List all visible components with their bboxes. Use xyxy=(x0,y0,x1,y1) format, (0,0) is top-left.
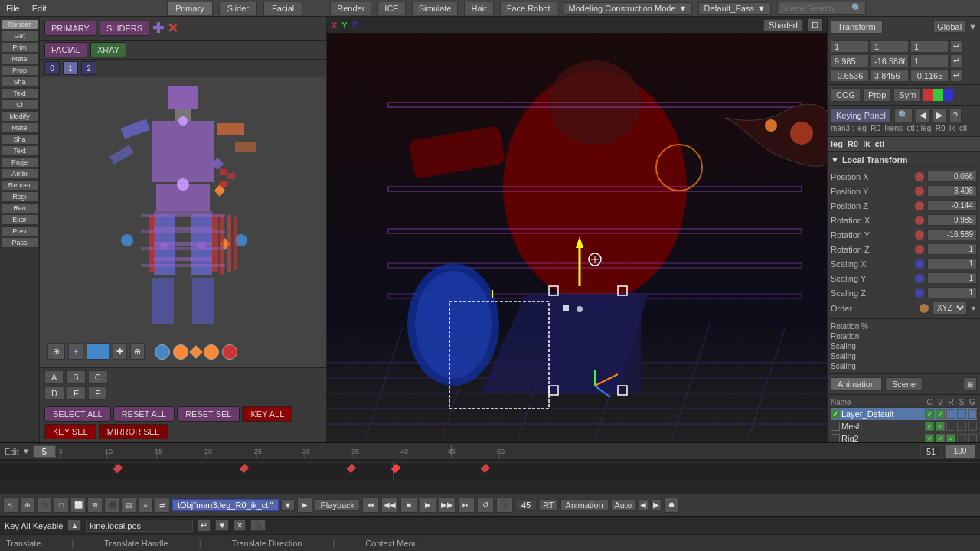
selected-obj[interactable]: tObj"man3.leg_R0_ik_ctl" xyxy=(172,499,279,511)
layer-check-0[interactable]: ✓ xyxy=(831,409,840,419)
layer-g-0[interactable] xyxy=(968,409,977,419)
layer-check-1[interactable] xyxy=(831,422,840,431)
left-pass[interactable]: Pass xyxy=(2,237,38,248)
playback-btn[interactable]: Playback xyxy=(315,499,360,511)
order-dropdown[interactable]: XYZ xyxy=(932,302,967,315)
tab-facial[interactable]: Facial xyxy=(263,2,302,15)
left-cl[interactable]: Cl xyxy=(2,99,38,110)
btn-d[interactable]: D xyxy=(44,386,64,400)
shaded-btn[interactable]: Shaded xyxy=(763,19,803,31)
primary-btn[interactable]: PRIMARY xyxy=(44,21,96,36)
axis-x-label[interactable]: X xyxy=(332,21,337,30)
left-proje[interactable]: Proje xyxy=(2,157,38,168)
left-sha2[interactable]: Sha xyxy=(2,134,38,145)
tool10[interactable]: ⇌ xyxy=(155,497,170,513)
transform-rot3[interactable] xyxy=(910,69,949,82)
loop-btn[interactable]: ↺ xyxy=(477,497,494,513)
key-sel-btn[interactable]: KEY SEL xyxy=(44,424,96,439)
rot-z-input[interactable] xyxy=(927,243,977,255)
scene-search[interactable]: 🔍 xyxy=(777,2,866,15)
keying-panel-btn[interactable]: Keying Panel xyxy=(831,109,891,122)
tool4[interactable]: □ xyxy=(54,497,69,513)
tool5[interactable]: ⬜ xyxy=(70,497,86,513)
next-key[interactable]: ⏭ xyxy=(458,497,475,513)
axis-z-label[interactable]: Z xyxy=(352,21,358,30)
tab-primary[interactable]: Primary xyxy=(167,2,213,15)
num1[interactable]: 1 xyxy=(63,61,78,75)
face-robot-btn[interactable]: Face Robot xyxy=(500,2,557,15)
kine-input[interactable] xyxy=(86,520,193,532)
left-prev[interactable]: Prev xyxy=(2,226,38,236)
keying-icon1[interactable]: 🔍 xyxy=(894,108,913,122)
keying-next[interactable]: ▶ xyxy=(933,108,946,122)
mode-dropdown[interactable]: Modeling Construction Mode ▼ xyxy=(564,2,693,15)
icon-btn-1[interactable]: ⊕ xyxy=(47,343,65,360)
tool7[interactable]: ⬛ xyxy=(104,497,119,513)
btn-e[interactable]: E xyxy=(67,386,86,400)
reset-all-btn[interactable]: RESET ALL xyxy=(113,406,175,422)
icon-btn-2[interactable]: + xyxy=(68,343,83,360)
tool2[interactable]: ⊕ xyxy=(20,497,35,513)
left-sha[interactable]: Sha xyxy=(2,77,38,87)
sel-obj-arrow[interactable]: ▼ xyxy=(281,499,296,511)
search-input[interactable] xyxy=(781,4,850,13)
left-text[interactable]: Text xyxy=(2,88,38,99)
hair-btn[interactable]: Hair xyxy=(464,2,493,15)
left-regi[interactable]: Regi xyxy=(2,191,38,202)
left-render2[interactable]: Render xyxy=(2,180,38,191)
play-fwd[interactable]: ▶ xyxy=(420,497,436,513)
icon-btn-4[interactable]: ⊕ xyxy=(130,343,145,360)
next-frame[interactable]: ▶▶ xyxy=(439,497,456,513)
tool9[interactable]: ≡ xyxy=(138,497,153,513)
left-modify[interactable]: Modify xyxy=(2,111,38,122)
pos-y-input[interactable] xyxy=(927,185,977,197)
layer-c-0[interactable]: ✓ xyxy=(925,409,934,419)
tool6[interactable]: ⊞ xyxy=(87,497,103,513)
tool1[interactable]: ↖ xyxy=(3,497,18,513)
prev-key[interactable]: ⏮ xyxy=(362,497,379,513)
num0[interactable]: 0 xyxy=(44,61,60,75)
search-icon[interactable]: 🔍 xyxy=(851,3,862,13)
btn-c[interactable]: C xyxy=(88,370,108,384)
icon-btn-3[interactable]: ✚ xyxy=(113,343,127,360)
pass-dropdown[interactable]: Default_Pass ▼ xyxy=(698,2,770,15)
facial-btn[interactable]: FACIAL xyxy=(44,42,87,57)
left-ren[interactable]: Ren xyxy=(2,203,38,214)
layer-c-1[interactable]: ✓ xyxy=(925,422,934,431)
prop-btn[interactable]: Prop xyxy=(863,88,891,102)
layer-v-1[interactable]: ✓ xyxy=(936,422,945,431)
layer-s-1[interactable] xyxy=(957,422,966,431)
num2[interactable]: 2 xyxy=(81,61,96,75)
reset-sel-btn[interactable]: RESET SEL xyxy=(177,406,240,422)
auto-btn[interactable]: Auto xyxy=(611,499,636,511)
tab-slider[interactable]: Slider xyxy=(219,2,257,15)
layer-r-1[interactable] xyxy=(946,422,956,431)
transform-val3[interactable] xyxy=(910,40,949,53)
ice-btn[interactable]: ICE xyxy=(377,2,405,15)
kine-clear[interactable]: ✕ xyxy=(234,520,246,531)
transform-apply2[interactable]: ↵ xyxy=(950,54,963,67)
left-ambi[interactable]: Ambi xyxy=(2,168,38,179)
layer-g-1[interactable] xyxy=(968,422,977,431)
layer-s-2[interactable] xyxy=(957,434,966,442)
rot-x-input[interactable] xyxy=(927,214,977,226)
keying-prev[interactable]: ◀ xyxy=(916,108,929,122)
xray-btn[interactable]: XRAY xyxy=(90,42,126,57)
left-expr[interactable]: Expr xyxy=(2,214,38,225)
left-prim[interactable]: Prim xyxy=(2,42,38,53)
keying-help[interactable]: ? xyxy=(949,109,962,122)
left-prop[interactable]: Prop xyxy=(2,65,38,76)
maximize-btn[interactable]: ⊡ xyxy=(808,18,822,31)
prev-frame[interactable]: ◀◀ xyxy=(381,497,398,513)
rot-y-input[interactable] xyxy=(927,229,977,240)
global-dropdown[interactable]: Global xyxy=(933,21,965,33)
transform-pos3[interactable] xyxy=(910,54,949,67)
key-all-btn[interactable]: KEY ALL xyxy=(242,406,292,422)
btn-a[interactable]: A xyxy=(44,370,64,384)
scale-z-input[interactable] xyxy=(927,287,977,298)
scene-tab[interactable]: Scene xyxy=(885,377,923,391)
mirror-sel-btn[interactable]: MIRROR SEL xyxy=(99,424,168,439)
tool8[interactable]: ▤ xyxy=(121,497,136,513)
layer-r-0[interactable] xyxy=(946,409,956,419)
edit-arrow[interactable]: ▼ xyxy=(22,447,30,455)
